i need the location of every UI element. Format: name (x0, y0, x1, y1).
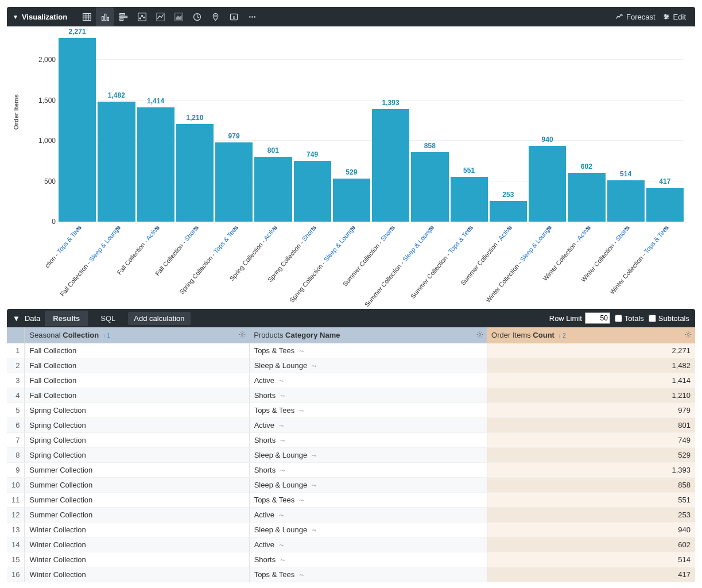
cell-collection[interactable]: Fall Collection (25, 388, 249, 403)
cell-collection[interactable]: Summer Collection (25, 493, 249, 508)
table-row[interactable]: 5Spring CollectionTops & Tees ⤳979 (7, 403, 695, 418)
drill-icon[interactable]: ⤳ (279, 512, 284, 519)
cell-category[interactable]: Shorts ⤳ (249, 388, 487, 403)
row-limit-input[interactable] (585, 312, 610, 324)
table-row[interactable]: 8Spring CollectionSleep & Lounge ⤳529 (7, 448, 695, 463)
drill-icon[interactable]: ⤳ (280, 393, 285, 399)
column-seasonal-collection[interactable]: Seasonal Collection ↑ 1 (25, 327, 249, 343)
cell-collection[interactable]: Spring Collection (25, 433, 249, 448)
cell-count[interactable]: 602 (487, 537, 695, 552)
chart-bar[interactable]: 940 (529, 146, 566, 222)
table-row[interactable]: 6Spring CollectionActive ⤳801 (7, 418, 695, 433)
chart-bar[interactable]: 1,414 (137, 107, 174, 222)
viz-type-column-icon[interactable] (96, 7, 114, 26)
cell-category[interactable]: Active ⤳ (249, 418, 487, 433)
chart-bar[interactable]: 858 (411, 152, 448, 222)
cell-collection[interactable]: Spring Collection (25, 448, 249, 463)
collapse-caret-icon[interactable]: ▼ (13, 314, 20, 323)
chart-bar[interactable]: 514 (607, 180, 645, 222)
cell-collection[interactable]: Fall Collection (25, 343, 249, 358)
chart-bar[interactable]: 749 (294, 161, 331, 222)
cell-collection[interactable]: Winter Collection (25, 537, 249, 552)
cell-count[interactable]: 749 (487, 433, 695, 448)
drill-icon[interactable]: ⤳ (312, 527, 316, 533)
cell-category[interactable]: Tops & Tees ⤳ (249, 403, 487, 418)
column-order-items-count[interactable]: Order Items Count ↓ 2 (487, 327, 695, 343)
table-row[interactable]: 10Summer CollectionSleep & Lounge ⤳858 (7, 478, 695, 493)
table-row[interactable]: 14Winter CollectionActive ⤳602 (7, 537, 695, 552)
drill-icon[interactable]: ⤳ (312, 363, 316, 369)
cell-count[interactable]: 979 (487, 403, 695, 418)
drill-icon[interactable]: ⤳ (279, 378, 284, 384)
chart-bar[interactable]: 2,271 (59, 38, 96, 222)
chart-bar[interactable]: 417 (646, 188, 684, 222)
table-row[interactable]: 7Spring CollectionShorts ⤳749 (7, 433, 695, 448)
viz-type-bar-icon[interactable] (114, 7, 133, 26)
cell-collection[interactable]: Summer Collection (25, 463, 249, 478)
collapse-caret-icon[interactable]: ▼ (13, 14, 18, 20)
cell-count[interactable]: 1,414 (487, 373, 695, 388)
subtotals-checkbox[interactable]: Subtotals (649, 314, 689, 323)
tab-results[interactable]: Results (45, 311, 88, 326)
table-row[interactable]: 11Summer CollectionTops & Tees ⤳551 (7, 493, 695, 508)
table-row[interactable]: 9Summer CollectionShorts ⤳1,393 (7, 463, 695, 478)
chart-bar[interactable]: 253 (490, 201, 527, 222)
totals-checkbox[interactable]: Totals (615, 314, 644, 323)
chart-bar[interactable]: 979 (215, 142, 253, 222)
tab-sql[interactable]: SQL (92, 311, 123, 326)
edit-button[interactable]: Edit (659, 10, 689, 24)
cell-category[interactable]: Active ⤳ (249, 373, 487, 388)
drill-icon[interactable]: ⤳ (280, 467, 285, 474)
viz-type-map-icon[interactable] (206, 7, 224, 26)
table-row[interactable]: 2Fall CollectionSleep & Lounge ⤳1,482 (7, 358, 695, 373)
cell-category[interactable]: Tops & Tees ⤳ (249, 343, 487, 358)
cell-category[interactable]: Sleep & Lounge ⤳ (249, 448, 487, 463)
table-row[interactable]: 13Winter CollectionSleep & Lounge ⤳940 (7, 523, 695, 537)
cell-count[interactable]: 858 (487, 478, 695, 493)
drill-icon[interactable]: ⤳ (299, 572, 304, 578)
forecast-button[interactable]: Forecast (612, 10, 659, 24)
cell-category[interactable]: Active ⤳ (249, 508, 487, 523)
gear-icon[interactable] (239, 331, 246, 339)
cell-collection[interactable]: Winter Collection (25, 567, 249, 582)
cell-count[interactable]: 1,393 (487, 463, 695, 478)
drill-icon[interactable]: ⤳ (279, 423, 284, 429)
viz-type-scatter-icon[interactable] (133, 7, 151, 26)
drill-icon[interactable]: ⤳ (299, 497, 304, 504)
gear-icon[interactable] (685, 331, 692, 339)
cell-count[interactable]: 940 (487, 523, 695, 537)
cell-count[interactable]: 529 (487, 448, 695, 463)
chart-bar[interactable]: 1,393 (372, 109, 409, 222)
cell-collection[interactable]: Spring Collection (25, 403, 249, 418)
cell-collection[interactable]: Fall Collection (25, 373, 249, 388)
cell-collection[interactable]: Spring Collection (25, 418, 249, 433)
cell-count[interactable]: 801 (487, 418, 695, 433)
cell-category[interactable]: Tops & Tees ⤳ (249, 493, 487, 508)
cell-category[interactable]: Shorts ⤳ (249, 463, 487, 478)
viz-type-gauge-icon[interactable] (188, 7, 206, 26)
drill-icon[interactable]: ⤳ (279, 542, 284, 548)
drill-icon[interactable]: ⤳ (299, 348, 304, 354)
drill-icon[interactable]: ⤳ (280, 557, 285, 563)
chart-bar[interactable]: 529 (333, 179, 370, 222)
cell-collection[interactable]: Fall Collection (25, 358, 249, 373)
viz-type-more-icon[interactable] (243, 7, 261, 26)
cell-count[interactable]: 514 (487, 552, 695, 567)
cell-collection[interactable]: Summer Collection (25, 508, 249, 523)
table-row[interactable]: 16Winter CollectionTops & Tees ⤳417 (7, 567, 695, 582)
cell-category[interactable]: Shorts ⤳ (249, 433, 487, 448)
table-row[interactable]: 12Summer CollectionActive ⤳253 (7, 508, 695, 523)
drill-icon[interactable]: ⤳ (312, 482, 316, 489)
cell-count[interactable]: 551 (487, 493, 695, 508)
cell-category[interactable]: Sleep & Lounge ⤳ (249, 523, 487, 537)
cell-collection[interactable]: Winter Collection (25, 552, 249, 567)
table-row[interactable]: 3Fall CollectionActive ⤳1,414 (7, 373, 695, 388)
drill-icon[interactable]: ⤳ (280, 438, 285, 444)
cell-category[interactable]: Sleep & Lounge ⤳ (249, 358, 487, 373)
cell-category[interactable]: Active ⤳ (249, 537, 487, 552)
cell-collection[interactable]: Summer Collection (25, 478, 249, 493)
viz-type-single-value-icon[interactable]: 6 (224, 7, 243, 26)
drill-icon[interactable]: ⤳ (312, 452, 316, 459)
column-category-name[interactable]: Products Category Name (249, 327, 487, 343)
chart-bar[interactable]: 602 (568, 173, 605, 222)
